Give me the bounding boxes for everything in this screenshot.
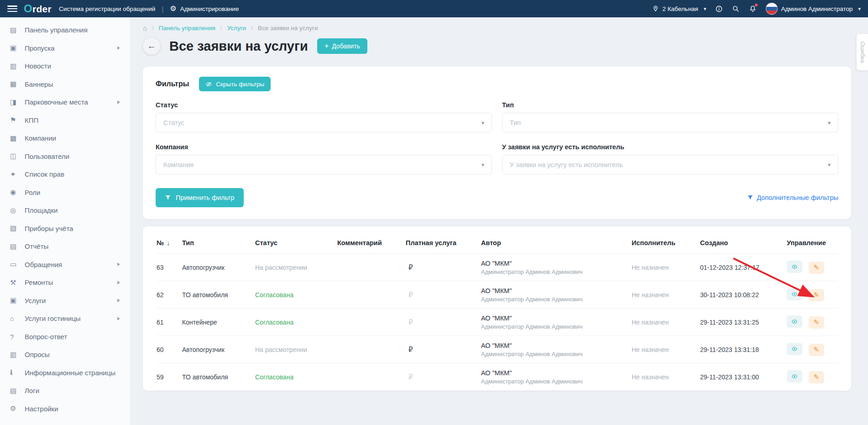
filter-select[interactable]: Компания	[156, 155, 492, 174]
sidebar-item-label: Настройки	[25, 405, 58, 413]
additional-filters-link[interactable]: Дополнительные фильтры	[747, 194, 838, 201]
edit-button[interactable]: ✎	[809, 262, 824, 274]
sidebar-item[interactable]: ? Вопрос-ответ	[0, 328, 130, 346]
breadcrumb: ⌂ / Панель управления / Услуги / Все зая…	[143, 25, 851, 31]
cell-number: 62	[157, 291, 182, 299]
funnel-icon	[165, 194, 171, 201]
filters-grid: Статус Статус Тип Тип Компания	[156, 101, 838, 174]
sidebar-item[interactable]: ◨ Парковочные места	[0, 93, 130, 111]
app-body: ▤ Панель управления ▣ Пропуска ▥ Новости…	[0, 17, 868, 425]
sidebar-item[interactable]: ▣ Пропуска	[0, 39, 130, 58]
sidebar-item-label: КПП	[25, 116, 38, 124]
user-menu[interactable]: Админов Администратор	[766, 3, 861, 15]
sidebar-item-icon: ⚑	[10, 116, 25, 124]
breadcrumb-separator: /	[152, 25, 154, 31]
hamburger-menu-icon[interactable]	[7, 5, 17, 12]
filter-select[interactable]: У заявки на услугу есть исполнитель	[502, 155, 838, 174]
sidebar-item[interactable]: ▣ Услуги	[0, 292, 130, 310]
view-button[interactable]	[787, 315, 802, 328]
breadcrumb-link-services[interactable]: Услуги	[227, 25, 246, 31]
filter-field: Статус Статус	[156, 101, 492, 132]
sidebar-item-label: Ремонты	[25, 278, 53, 286]
view-button[interactable]	[787, 288, 802, 300]
table-header-cell[interactable]: Исполнитель	[632, 239, 700, 247]
table-header-label: Платная услуга	[406, 239, 456, 247]
home-icon[interactable]: ⌂	[143, 25, 147, 31]
filter-select[interactable]: Статус	[156, 113, 492, 132]
sidebar-item[interactable]: ℹ Информационные страницы	[0, 364, 130, 382]
sidebar-item[interactable]: ▥ Опросы	[0, 346, 130, 364]
eye-icon	[791, 373, 798, 379]
table-header-cell[interactable]: Платная услуга	[406, 239, 481, 247]
apply-filter-button[interactable]: Применить фильтр	[156, 188, 244, 207]
error-feedback-tab[interactable]: Ошибка	[856, 33, 868, 71]
eye-icon	[791, 346, 798, 352]
additional-filters-label: Дополнительные фильтры	[757, 194, 838, 201]
table-header-cell[interactable]: Комментарий	[337, 239, 406, 247]
add-button[interactable]: Добавить	[317, 38, 367, 54]
topbar: Order Система регистрации обращений | ⚙ …	[0, 0, 868, 17]
breadcrumb-current: Все заявки на услуги	[258, 25, 318, 31]
author-name: Администратор Админов Админович	[481, 296, 632, 303]
breadcrumb-link-dashboard[interactable]: Панель управления	[159, 25, 215, 31]
sidebar-item[interactable]: ▧ Приборы учёта	[0, 220, 130, 238]
app-logo[interactable]: Order	[24, 2, 52, 15]
info-button[interactable]	[715, 5, 723, 13]
location-selector[interactable]: 2 Кабельная	[652, 5, 706, 12]
edit-button[interactable]: ✎	[809, 289, 824, 301]
sidebar-item[interactable]: ▤ Панель управления	[0, 21, 130, 39]
table-header-cell[interactable]: Управление	[787, 239, 837, 247]
sidebar-item[interactable]: ⚑ КПП	[0, 111, 130, 130]
filters-title: Фильтры	[156, 80, 189, 88]
cell-author: АО "МКМ" Администратор Админов Админович	[481, 287, 632, 303]
sidebar-item-icon: ▤	[10, 242, 25, 251]
sidebar-item[interactable]: ◎ Площадки	[0, 201, 130, 220]
view-button[interactable]	[787, 343, 802, 355]
sidebar-item[interactable]: ◫ Пользователи	[0, 147, 130, 166]
sidebar-item[interactable]: ▤ Отчёты	[0, 237, 130, 256]
sidebar-item[interactable]: ⚙ Настройки	[0, 400, 130, 418]
view-button[interactable]	[787, 261, 802, 273]
table-header-label: Автор	[481, 239, 501, 247]
back-button[interactable]: ←	[143, 37, 160, 55]
table-header-cell[interactable]: Тип	[182, 239, 255, 247]
sort-desc-icon[interactable]: ↓	[167, 239, 170, 247]
logo-rest: rder	[32, 4, 52, 15]
filter-select[interactable]: Тип	[502, 113, 838, 132]
sidebar-item[interactable]: ✦ Список прав	[0, 165, 130, 184]
sidebar-item-label: Панель управления	[25, 26, 88, 34]
sidebar-item[interactable]: ▥ Новости	[0, 57, 130, 75]
edit-button[interactable]: ✎	[809, 316, 824, 329]
notifications-button[interactable]	[749, 5, 757, 13]
sidebar-item[interactable]: ▤ Логи	[0, 382, 130, 400]
cell-created: 29-11-2023 13:31:18	[700, 346, 787, 353]
edit-button[interactable]: ✎	[809, 371, 824, 383]
title-row: ← Все заявки на услуги Добавить	[143, 37, 851, 55]
sidebar-item[interactable]: ▩ Компании	[0, 129, 130, 147]
filters-footer: Применить фильтр Дополнительные фильтры	[156, 188, 838, 207]
table-header-cell[interactable]: № ↓	[157, 239, 182, 247]
search-button[interactable]	[732, 5, 740, 13]
filters-card: Фильтры Скрыть фильтры Статус Статус	[143, 67, 851, 219]
table-header-cell[interactable]: Статус	[255, 239, 337, 247]
cell-executor: Не назначен	[632, 264, 700, 271]
edit-button[interactable]: ✎	[809, 344, 824, 356]
sidebar-item-label: Логи	[25, 387, 39, 394]
sidebar-item[interactable]: ⚒ Ремонты	[0, 273, 130, 292]
administration-section[interactable]: ⚙ Администрирование	[170, 5, 239, 12]
sidebar-item-icon: ℹ	[10, 368, 25, 377]
sidebar-item[interactable]: ◉ Роли	[0, 184, 130, 202]
sidebar-item-icon: ▭	[10, 260, 25, 268]
hide-filters-button[interactable]: Скрыть фильтры	[199, 77, 271, 91]
table-header-cell[interactable]: Автор	[481, 239, 632, 247]
table-header-cell[interactable]: Создано	[700, 239, 787, 247]
sidebar-item-label: Список прав	[25, 170, 64, 178]
filter-field: Компания Компания	[156, 143, 492, 174]
sidebar-item-label: Компании	[25, 134, 56, 142]
ruble-icon: ₽	[408, 291, 413, 299]
sidebar-item[interactable]: ▭ Обращения	[0, 256, 130, 274]
sidebar-item-label: Услуги гостиницы	[25, 315, 81, 322]
view-button[interactable]	[787, 370, 802, 383]
sidebar-item[interactable]: ⌂ Услуги гостиницы	[0, 310, 130, 328]
sidebar-item[interactable]: ▦ Баннеры	[0, 75, 130, 94]
